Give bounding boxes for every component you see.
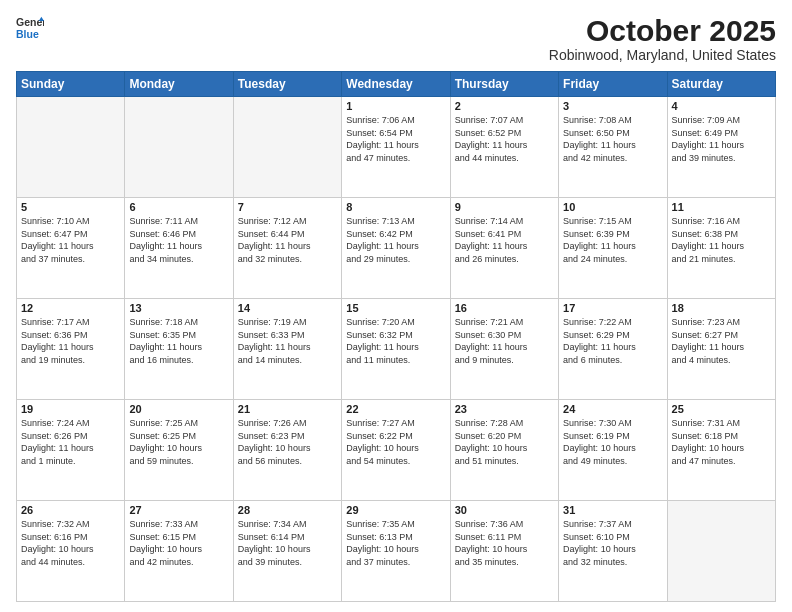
day-number: 5 bbox=[21, 201, 120, 213]
calendar-day-header: Sunday bbox=[17, 72, 125, 97]
calendar-week-row: 5Sunrise: 7:10 AM Sunset: 6:47 PM Daylig… bbox=[17, 198, 776, 299]
calendar-day-cell: 29Sunrise: 7:35 AM Sunset: 6:13 PM Dayli… bbox=[342, 501, 450, 602]
day-number: 3 bbox=[563, 100, 662, 112]
calendar-day-cell: 25Sunrise: 7:31 AM Sunset: 6:18 PM Dayli… bbox=[667, 400, 775, 501]
day-number: 25 bbox=[672, 403, 771, 415]
day-info: Sunrise: 7:06 AM Sunset: 6:54 PM Dayligh… bbox=[346, 114, 445, 164]
calendar-day-cell: 7Sunrise: 7:12 AM Sunset: 6:44 PM Daylig… bbox=[233, 198, 341, 299]
day-number: 20 bbox=[129, 403, 228, 415]
day-info: Sunrise: 7:28 AM Sunset: 6:20 PM Dayligh… bbox=[455, 417, 554, 467]
calendar-day-cell: 19Sunrise: 7:24 AM Sunset: 6:26 PM Dayli… bbox=[17, 400, 125, 501]
page-subtitle: Robinwood, Maryland, United States bbox=[549, 47, 776, 63]
calendar-day-header: Saturday bbox=[667, 72, 775, 97]
calendar-day-cell: 11Sunrise: 7:16 AM Sunset: 6:38 PM Dayli… bbox=[667, 198, 775, 299]
calendar-day-header: Friday bbox=[559, 72, 667, 97]
calendar-day-cell: 15Sunrise: 7:20 AM Sunset: 6:32 PM Dayli… bbox=[342, 299, 450, 400]
calendar-day-cell: 10Sunrise: 7:15 AM Sunset: 6:39 PM Dayli… bbox=[559, 198, 667, 299]
calendar-day-cell: 28Sunrise: 7:34 AM Sunset: 6:14 PM Dayli… bbox=[233, 501, 341, 602]
day-number: 23 bbox=[455, 403, 554, 415]
day-number: 8 bbox=[346, 201, 445, 213]
calendar-day-cell: 18Sunrise: 7:23 AM Sunset: 6:27 PM Dayli… bbox=[667, 299, 775, 400]
day-info: Sunrise: 7:14 AM Sunset: 6:41 PM Dayligh… bbox=[455, 215, 554, 265]
day-number: 29 bbox=[346, 504, 445, 516]
day-number: 9 bbox=[455, 201, 554, 213]
svg-text:General: General bbox=[16, 16, 44, 28]
calendar-day-cell: 21Sunrise: 7:26 AM Sunset: 6:23 PM Dayli… bbox=[233, 400, 341, 501]
page: General Blue October 2025 Robinwood, Mar… bbox=[0, 0, 792, 612]
calendar-day-cell bbox=[667, 501, 775, 602]
day-info: Sunrise: 7:21 AM Sunset: 6:30 PM Dayligh… bbox=[455, 316, 554, 366]
calendar-week-row: 19Sunrise: 7:24 AM Sunset: 6:26 PM Dayli… bbox=[17, 400, 776, 501]
day-number: 31 bbox=[563, 504, 662, 516]
day-number: 6 bbox=[129, 201, 228, 213]
day-info: Sunrise: 7:31 AM Sunset: 6:18 PM Dayligh… bbox=[672, 417, 771, 467]
day-number: 15 bbox=[346, 302, 445, 314]
calendar-day-cell: 3Sunrise: 7:08 AM Sunset: 6:50 PM Daylig… bbox=[559, 97, 667, 198]
day-info: Sunrise: 7:20 AM Sunset: 6:32 PM Dayligh… bbox=[346, 316, 445, 366]
calendar-day-cell bbox=[125, 97, 233, 198]
day-info: Sunrise: 7:32 AM Sunset: 6:16 PM Dayligh… bbox=[21, 518, 120, 568]
calendar-header-row: SundayMondayTuesdayWednesdayThursdayFrid… bbox=[17, 72, 776, 97]
day-number: 13 bbox=[129, 302, 228, 314]
day-info: Sunrise: 7:25 AM Sunset: 6:25 PM Dayligh… bbox=[129, 417, 228, 467]
day-info: Sunrise: 7:13 AM Sunset: 6:42 PM Dayligh… bbox=[346, 215, 445, 265]
calendar-day-cell: 31Sunrise: 7:37 AM Sunset: 6:10 PM Dayli… bbox=[559, 501, 667, 602]
calendar-week-row: 26Sunrise: 7:32 AM Sunset: 6:16 PM Dayli… bbox=[17, 501, 776, 602]
calendar-day-cell: 4Sunrise: 7:09 AM Sunset: 6:49 PM Daylig… bbox=[667, 97, 775, 198]
day-number: 21 bbox=[238, 403, 337, 415]
day-number: 16 bbox=[455, 302, 554, 314]
day-number: 12 bbox=[21, 302, 120, 314]
day-info: Sunrise: 7:35 AM Sunset: 6:13 PM Dayligh… bbox=[346, 518, 445, 568]
calendar-day-cell: 9Sunrise: 7:14 AM Sunset: 6:41 PM Daylig… bbox=[450, 198, 558, 299]
calendar-day-cell: 8Sunrise: 7:13 AM Sunset: 6:42 PM Daylig… bbox=[342, 198, 450, 299]
day-number: 17 bbox=[563, 302, 662, 314]
calendar-day-cell: 22Sunrise: 7:27 AM Sunset: 6:22 PM Dayli… bbox=[342, 400, 450, 501]
day-number: 4 bbox=[672, 100, 771, 112]
calendar-day-cell: 24Sunrise: 7:30 AM Sunset: 6:19 PM Dayli… bbox=[559, 400, 667, 501]
day-number: 19 bbox=[21, 403, 120, 415]
calendar-day-header: Wednesday bbox=[342, 72, 450, 97]
day-info: Sunrise: 7:12 AM Sunset: 6:44 PM Dayligh… bbox=[238, 215, 337, 265]
calendar-day-cell: 17Sunrise: 7:22 AM Sunset: 6:29 PM Dayli… bbox=[559, 299, 667, 400]
day-info: Sunrise: 7:30 AM Sunset: 6:19 PM Dayligh… bbox=[563, 417, 662, 467]
calendar-day-cell: 30Sunrise: 7:36 AM Sunset: 6:11 PM Dayli… bbox=[450, 501, 558, 602]
calendar-week-row: 12Sunrise: 7:17 AM Sunset: 6:36 PM Dayli… bbox=[17, 299, 776, 400]
header: General Blue October 2025 Robinwood, Mar… bbox=[16, 14, 776, 63]
calendar-day-cell: 26Sunrise: 7:32 AM Sunset: 6:16 PM Dayli… bbox=[17, 501, 125, 602]
day-number: 1 bbox=[346, 100, 445, 112]
day-info: Sunrise: 7:15 AM Sunset: 6:39 PM Dayligh… bbox=[563, 215, 662, 265]
day-number: 22 bbox=[346, 403, 445, 415]
calendar-day-cell: 5Sunrise: 7:10 AM Sunset: 6:47 PM Daylig… bbox=[17, 198, 125, 299]
day-info: Sunrise: 7:22 AM Sunset: 6:29 PM Dayligh… bbox=[563, 316, 662, 366]
day-info: Sunrise: 7:26 AM Sunset: 6:23 PM Dayligh… bbox=[238, 417, 337, 467]
calendar-table: SundayMondayTuesdayWednesdayThursdayFrid… bbox=[16, 71, 776, 602]
day-number: 24 bbox=[563, 403, 662, 415]
day-info: Sunrise: 7:17 AM Sunset: 6:36 PM Dayligh… bbox=[21, 316, 120, 366]
day-info: Sunrise: 7:19 AM Sunset: 6:33 PM Dayligh… bbox=[238, 316, 337, 366]
day-info: Sunrise: 7:24 AM Sunset: 6:26 PM Dayligh… bbox=[21, 417, 120, 467]
calendar-day-cell: 20Sunrise: 7:25 AM Sunset: 6:25 PM Dayli… bbox=[125, 400, 233, 501]
day-info: Sunrise: 7:18 AM Sunset: 6:35 PM Dayligh… bbox=[129, 316, 228, 366]
day-info: Sunrise: 7:07 AM Sunset: 6:52 PM Dayligh… bbox=[455, 114, 554, 164]
calendar-day-cell: 27Sunrise: 7:33 AM Sunset: 6:15 PM Dayli… bbox=[125, 501, 233, 602]
calendar-day-cell: 6Sunrise: 7:11 AM Sunset: 6:46 PM Daylig… bbox=[125, 198, 233, 299]
day-info: Sunrise: 7:08 AM Sunset: 6:50 PM Dayligh… bbox=[563, 114, 662, 164]
calendar-day-header: Thursday bbox=[450, 72, 558, 97]
calendar-day-cell: 1Sunrise: 7:06 AM Sunset: 6:54 PM Daylig… bbox=[342, 97, 450, 198]
calendar-day-cell: 12Sunrise: 7:17 AM Sunset: 6:36 PM Dayli… bbox=[17, 299, 125, 400]
day-info: Sunrise: 7:33 AM Sunset: 6:15 PM Dayligh… bbox=[129, 518, 228, 568]
day-info: Sunrise: 7:23 AM Sunset: 6:27 PM Dayligh… bbox=[672, 316, 771, 366]
day-info: Sunrise: 7:10 AM Sunset: 6:47 PM Dayligh… bbox=[21, 215, 120, 265]
day-number: 28 bbox=[238, 504, 337, 516]
logo: General Blue bbox=[16, 14, 44, 42]
day-info: Sunrise: 7:37 AM Sunset: 6:10 PM Dayligh… bbox=[563, 518, 662, 568]
day-number: 27 bbox=[129, 504, 228, 516]
day-number: 7 bbox=[238, 201, 337, 213]
day-info: Sunrise: 7:16 AM Sunset: 6:38 PM Dayligh… bbox=[672, 215, 771, 265]
calendar-day-cell: 13Sunrise: 7:18 AM Sunset: 6:35 PM Dayli… bbox=[125, 299, 233, 400]
day-number: 18 bbox=[672, 302, 771, 314]
calendar-week-row: 1Sunrise: 7:06 AM Sunset: 6:54 PM Daylig… bbox=[17, 97, 776, 198]
calendar-day-cell: 14Sunrise: 7:19 AM Sunset: 6:33 PM Dayli… bbox=[233, 299, 341, 400]
calendar-day-cell bbox=[17, 97, 125, 198]
calendar-day-cell: 16Sunrise: 7:21 AM Sunset: 6:30 PM Dayli… bbox=[450, 299, 558, 400]
